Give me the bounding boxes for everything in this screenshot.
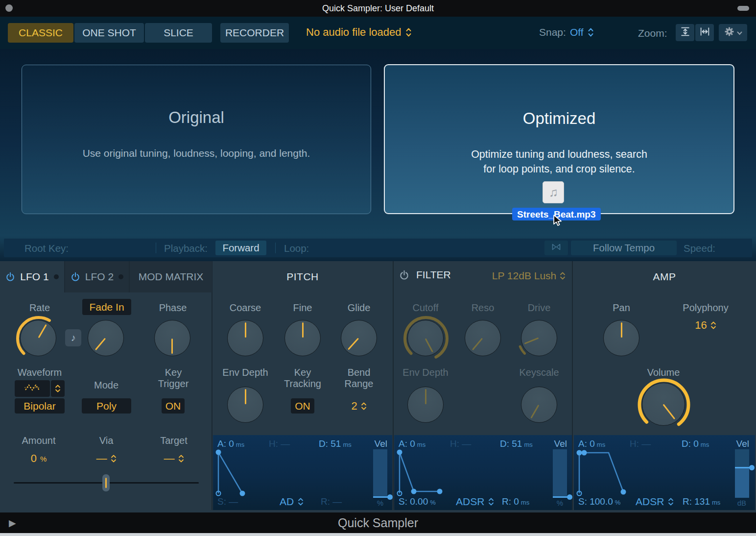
filter-env-depth-knob[interactable] [407,387,444,423]
key-trigger-button[interactable]: ON [162,398,185,414]
sustain-value[interactable]: S: 100.0 [578,496,613,507]
sustain-value[interactable]: S: — [217,496,238,507]
audio-file-menu[interactable]: No audio file loaded [306,26,412,39]
lfo-amount-slider-handle[interactable] [102,474,110,491]
volume-label: Volume [641,367,685,378]
divider [212,261,213,510]
reso-knob[interactable] [465,320,501,356]
chevron-down-icon [737,28,742,37]
amp-env-mode-selector[interactable]: ADSR [636,496,674,508]
tab-lfo2[interactable]: LFO 2 [65,261,129,292]
lfo-phase-knob[interactable] [154,320,190,356]
mode-value-button[interactable]: Poly [82,398,131,414]
sustain-value[interactable]: S: 0.00 [399,496,428,507]
coarse-label: Coarse [223,302,267,314]
pitch-vel-slider[interactable] [373,449,387,498]
tab-lfo1[interactable]: LFO 1 [0,261,64,292]
waveform-stepper[interactable] [51,380,65,397]
snap-label: Snap: [539,26,566,38]
lfo-rate-knob[interactable] [20,320,56,356]
via-label: Via [84,435,128,446]
pitch-envelope-panel: A: 0ms H: — D: 51ms Vel S: — AD R: — % [213,435,392,510]
drive-knob[interactable] [521,320,557,356]
waveform-label: Waveform [10,367,70,378]
zoom-vertical-button[interactable] [676,24,694,41]
coarse-knob[interactable] [227,320,263,356]
dragged-file-icon[interactable]: ♫ [543,181,564,203]
key-tracking-button[interactable]: ON [291,398,314,414]
filter-title: FILTER [416,269,451,281]
via-selector[interactable]: — [84,452,128,465]
fine-label: Fine [281,302,325,314]
filter-envelope-graph[interactable] [396,448,523,499]
original-description: Use original tuning, loudness, looping, … [83,147,310,159]
sample-drop-area: Original Use original tuning, loudness, … [0,49,756,261]
window-titlebar: Quick Sampler: User Default [0,0,756,17]
vel-label: Vel [554,439,567,449]
pitch-envelope-graph[interactable] [214,448,342,499]
glide-knob[interactable] [341,320,377,356]
release-value[interactable]: R: 0 [502,496,519,507]
amp-vel-slider[interactable] [735,449,749,498]
filter-type-selector[interactable]: LP 12dB Lush [487,270,570,282]
snap-control[interactable]: Snap: Off [539,26,594,38]
divider [572,261,573,510]
keyscale-label: Keyscale [514,367,564,378]
crossfade-button[interactable] [544,241,568,255]
power-icon[interactable] [71,272,80,282]
action-menu-button[interactable] [719,24,747,41]
rate-label: Rate [18,302,62,314]
power-icon[interactable] [399,270,409,280]
pitch-env-mode-selector[interactable]: AD [280,496,304,508]
glide-label: Glide [337,302,381,314]
playback-value-button[interactable]: Forward [215,241,266,255]
window-zoom-pill[interactable] [737,6,749,11]
release-value[interactable]: R: — [321,496,342,507]
volume-knob[interactable] [642,383,685,426]
release-value[interactable]: R: 131 [683,496,710,507]
stepper-icon [710,320,716,330]
zoom-horizontal-button[interactable] [695,24,714,41]
tab-slice[interactable]: SLICE [145,23,212,43]
keyscale-knob[interactable] [521,387,557,423]
pitch-env-depth-label: Env Depth [220,367,270,378]
cutoff-knob[interactable] [407,320,444,356]
waveform-icon [24,383,41,394]
pan-knob[interactable] [603,320,639,356]
power-icon[interactable] [5,272,15,282]
filter-header: FILTER [399,269,451,281]
stepper-icon [178,454,184,463]
drop-zone-original[interactable]: Original Use original tuning, loudness, … [22,65,371,214]
divider [275,243,276,253]
amount-label: Amount [17,435,61,446]
tab-one-shot[interactable]: ONE SHOT [74,23,144,43]
cutoff-label: Cutoff [403,302,448,314]
mode-label: Mode [84,380,128,391]
fade-in-selector[interactable]: Fade In [82,299,131,315]
window-title: Quick Sampler: User Default [322,3,434,14]
lfo-fade-in-knob[interactable] [88,320,124,356]
rate-sync-note-button[interactable]: ♪ [65,329,81,346]
waveform-polarity-button[interactable]: Bipolar [15,398,65,414]
target-selector[interactable]: — [152,452,196,465]
filter-vel-slider[interactable] [553,449,567,498]
follow-tempo-button[interactable]: Follow Tempo [571,241,677,255]
amp-envelope-graph[interactable] [575,448,703,499]
playback-label: Playback: [164,243,208,254]
window-close-button[interactable] [5,4,13,12]
play-icon[interactable]: ▶ [9,512,16,533]
tab-recorder[interactable]: RECORDER [220,23,289,43]
amount-value[interactable]: 0% [17,452,61,465]
pitch-env-depth-knob[interactable] [227,387,263,423]
tab-classic[interactable]: CLASSIC [8,23,73,43]
speed-label: Speed: [684,243,715,254]
reso-label: Reso [461,302,505,314]
fine-knob[interactable] [284,320,321,356]
toolbar: CLASSIC ONE SHOT SLICE RECORDER No audio… [0,17,756,49]
polyphony-label: Polyphony [679,302,732,314]
bend-range-value[interactable]: 2 [337,400,381,413]
polyphony-value[interactable]: 16 [684,319,728,332]
filter-env-mode-selector[interactable]: ADSR [456,496,494,508]
tab-mod-matrix[interactable]: MOD MATRIX [130,261,212,292]
waveform-selector[interactable] [15,380,50,397]
